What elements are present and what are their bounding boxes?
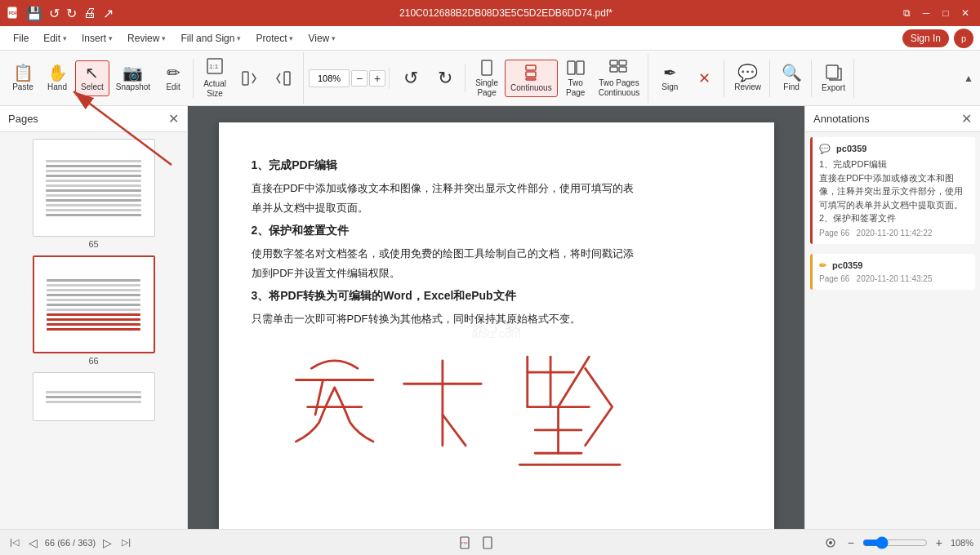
undo-title-icon[interactable]: ↺ [49,6,60,21]
annotation-1-meta: Page 66 2020-11-20 11:42:22 [819,229,969,238]
user-avatar[interactable]: p [954,29,973,48]
doc-file-icon [483,536,496,549]
sign-label: Sign [662,82,678,92]
menu-protect-chevron: ▾ [289,34,293,42]
annotation-card-2[interactable]: ✏ pc0359 Page 66 2020-11-20 11:43:25 [810,254,975,290]
continuous-label: Continuous [510,83,552,93]
maximize-btn[interactable]: □ [938,5,954,21]
page-thumb-67[interactable] [33,372,155,421]
single-page-label: SinglePage [475,78,498,98]
menu-fill-sign[interactable]: Fill and Sign ▾ [174,29,247,47]
sign-button[interactable]: ✒ Sign [653,61,686,95]
restore-btn[interactable]: ⧉ [898,5,915,21]
minimize-btn[interactable]: ─ [918,5,934,21]
status-bar: |◁ ◁ 66 (66 / 363) ▷ ▷| PDF − + 108% [0,529,980,555]
menu-insert-label: Insert [82,33,106,44]
menu-review-chevron: ▾ [162,34,166,42]
redo-title-icon[interactable]: ↻ [66,6,77,21]
close-btn[interactable]: ✕ [957,5,973,21]
svg-text:PDF: PDF [9,11,17,16]
status-next-page[interactable]: ▷ [99,535,115,551]
status-prev-page[interactable]: ◁ [25,535,42,551]
menu-insert-chevron: ▾ [109,34,113,42]
share-icon[interactable]: ↗ [103,6,114,21]
find-icon: 🔍 [782,64,802,81]
annotation-arrow [65,83,229,181]
menu-file-label: File [13,33,29,44]
two-page-button[interactable]: TwoPage [559,56,592,101]
undo-icon: ↺ [403,69,418,87]
svg-rect-5 [243,72,248,85]
undo-button[interactable]: ↺ [394,66,427,91]
redo-button[interactable]: ↻ [429,66,461,91]
annotation-1-author-text: pc0359 [836,144,866,153]
export-button[interactable]: Export [817,60,850,96]
annotations-panel-close[interactable]: ✕ [961,111,972,127]
find-button[interactable]: 🔍 Find [775,61,808,95]
menu-edit[interactable]: Edit ▾ [37,29,74,47]
zoom-slider[interactable] [862,536,928,549]
two-page-icon [567,59,585,77]
fit-prev-button[interactable] [233,67,265,90]
save-icon[interactable]: 💾 [26,6,42,21]
menu-insert[interactable]: Insert ▾ [75,29,119,47]
pages-scroll-area[interactable]: 65 [0,132,187,529]
annotation-2-author: ✏ pc0359 [819,260,969,271]
export-label: Export [822,83,845,93]
handwriting-area [252,345,742,484]
paste-label: Paste [12,82,33,92]
toolbar-collapse-button[interactable]: ▲ [960,69,977,87]
zoom-minus-button[interactable]: − [351,70,368,87]
page-img-66 [33,255,155,353]
status-first-page[interactable]: |◁ [7,535,22,549]
sign-in-button[interactable]: Sign In [902,29,949,47]
svg-point-24 [829,541,832,544]
menu-file[interactable]: File [7,29,35,47]
status-zoom-out[interactable]: − [843,535,859,551]
window-controls[interactable]: ⧉ ─ □ ✕ [898,5,973,21]
settings-icon [825,537,836,548]
menu-protect[interactable]: Protect ▾ [249,29,300,47]
pdf-text-content: 1、完成PDF编辑 直接在PDF中添加或修改文本和图像，注释并突出显示文件部分，… [252,155,742,329]
zoom-input[interactable] [309,69,350,87]
pdf-view[interactable]: 家下载 anxz.com 1、完成PDF编辑 直接在PDF中添加或修改文本和图像… [188,106,804,529]
status-last-page[interactable]: ▷| [118,535,134,549]
annotation-1-comment-icon: 💬 [819,144,831,153]
review-button[interactable]: 💬 Review [729,61,766,95]
svg-rect-15 [610,67,617,72]
print-icon[interactable]: 🖨 [83,6,96,20]
status-doc-icon[interactable] [479,535,499,551]
annotation-2-pen-icon: ✏ [819,260,826,270]
svg-text:PDF: PDF [461,541,469,545]
select-icon: ↖ [85,64,99,81]
menu-bar: File Edit ▾ Insert ▾ Review ▾ Fill and S… [0,26,980,51]
annotation-card-1[interactable]: 💬 pc0359 1、完成PDF编辑直接在PDF中添加或修改文本和图像，注释并突… [810,137,975,244]
svg-rect-14 [619,60,626,65]
annotation-2-author-text: pc0359 [832,260,862,270]
sign-clear-icon: ✕ [698,71,710,86]
svg-rect-10 [526,78,536,80]
status-pdf-icon[interactable]: PDF [457,535,476,551]
menu-view[interactable]: View ▾ [301,29,342,47]
toolbar-group-history: ↺ ↻ [391,64,466,92]
svg-rect-11 [568,61,575,74]
fit-next-icon [275,70,292,87]
single-page-button[interactable]: SinglePage [470,56,503,101]
zoom-plus-button[interactable]: + [369,70,385,87]
status-settings-icon[interactable] [822,535,840,550]
menu-protect-label: Protect [256,33,287,44]
annotation-1-page: Page 66 [819,229,849,238]
page-thumb-66[interactable]: 66 [33,255,155,366]
menu-fill-sign-chevron: ▾ [237,34,241,42]
paste-button[interactable]: 📋 Paste [7,61,39,95]
continuous-button[interactable]: Continuous [505,60,558,97]
sign-clear-button[interactable]: ✕ [688,68,720,89]
status-zoom-in[interactable]: + [931,535,947,551]
fit-prev-icon [241,70,257,87]
two-pages-cont-button[interactable]: Two PagesContinuous [594,56,645,101]
sign-in-label: Sign In [911,33,941,44]
menu-review[interactable]: Review ▾ [121,29,172,47]
page-img-67 [33,372,155,421]
fit-next-button[interactable] [267,67,300,90]
title-text: 210C012688B2DB08D3E5C5D2EDB6DD74.pdf* [399,7,612,19]
